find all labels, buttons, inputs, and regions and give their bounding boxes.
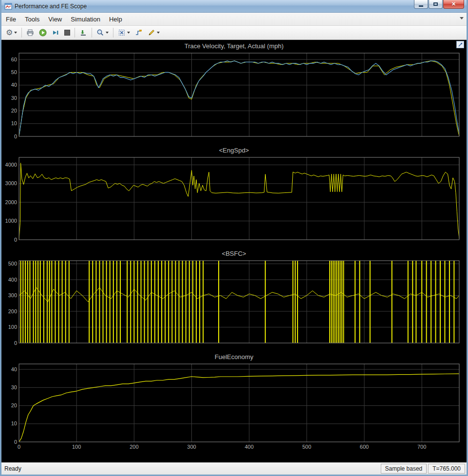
svg-text:20: 20	[11, 402, 17, 408]
stop-icon	[64, 30, 70, 36]
toolbar: ⚙	[1, 26, 467, 40]
toolbar-separator	[21, 28, 22, 38]
measurements-icon	[148, 29, 155, 37]
zoom-button[interactable]	[94, 27, 111, 38]
gear-icon: ⚙	[6, 29, 13, 37]
window-title: Performance and FE Scope	[15, 3, 87, 10]
menu-tools[interactable]: Tools	[20, 14, 44, 25]
window-controls: ✕	[413, 0, 464, 9]
svg-text:500: 500	[302, 444, 311, 450]
maximize-axes-button[interactable]	[456, 41, 464, 48]
menu-view[interactable]: View	[44, 14, 66, 25]
engspd-plot[interactable]: 01000200030004000	[2, 155, 466, 243]
svg-text:4000: 4000	[5, 162, 17, 168]
svg-text:600: 600	[360, 444, 369, 450]
printer-icon	[26, 29, 34, 37]
svg-text:100: 100	[8, 324, 17, 330]
simulation-time-indicator: T=765.000	[428, 464, 465, 474]
expand-arrow-icon	[458, 42, 463, 47]
bsfc-plot[interactable]: 0100200300400500	[2, 258, 466, 346]
svg-text:3000: 3000	[5, 180, 17, 186]
svg-text:300: 300	[187, 444, 196, 450]
svg-text:700: 700	[417, 444, 426, 450]
menu-help[interactable]: Help	[105, 14, 127, 25]
toolbar-separator	[113, 28, 113, 38]
svg-text:2000: 2000	[5, 199, 17, 205]
svg-text:50: 50	[11, 69, 17, 75]
fit-to-view-icon	[118, 29, 126, 37]
play-icon	[39, 29, 47, 37]
magnifier-icon	[96, 29, 104, 37]
svg-text:40: 40	[11, 366, 17, 372]
svg-text:200: 200	[8, 308, 17, 314]
caret-down-icon	[127, 32, 130, 34]
svg-text:60: 60	[11, 57, 17, 62]
svg-text:10: 10	[11, 420, 17, 426]
caret-down-icon	[157, 32, 160, 34]
menu-overflow-chevron-icon[interactable]	[460, 17, 464, 19]
svg-text:400: 400	[245, 444, 254, 450]
status-bar: Ready Sample based T=765.000	[1, 462, 467, 475]
svg-text:300: 300	[8, 292, 17, 298]
step-forward-icon	[52, 29, 59, 37]
fit-to-view-button[interactable]	[116, 27, 132, 38]
scope-window: Performance and FE Scope ✕ File Tools Vi…	[0, 0, 468, 476]
run-button[interactable]	[37, 27, 49, 38]
trigger-icon	[135, 29, 143, 37]
close-button[interactable]: ✕	[443, 0, 464, 9]
maximize-button[interactable]	[429, 0, 443, 9]
minimize-icon	[419, 5, 423, 7]
plot-title-velocity: Trace Velocity, Target, Actual (mph)	[2, 42, 466, 51]
svg-text:200: 200	[130, 444, 138, 450]
title-bar[interactable]: Performance and FE Scope ✕	[1, 0, 467, 13]
menu-bar: File Tools View Simulation Help	[1, 13, 467, 26]
configuration-properties-button[interactable]: ⚙	[4, 27, 19, 38]
svg-text:30: 30	[11, 95, 17, 101]
svg-text:100: 100	[72, 444, 81, 450]
status-text: Ready	[1, 465, 381, 472]
svg-text:0: 0	[14, 133, 17, 139]
step-forward-button[interactable]	[50, 27, 61, 38]
svg-text:1000: 1000	[5, 218, 17, 224]
toolbar-separator	[92, 28, 92, 38]
fueleconomy-plot[interactable]: 0102030400100200300400500600700	[2, 362, 466, 452]
close-icon: ✕	[451, 1, 456, 7]
velocity-plot[interactable]: 0102030405060	[2, 51, 466, 139]
svg-text:0: 0	[14, 237, 17, 243]
minimize-button[interactable]	[414, 0, 428, 9]
sample-mode-indicator: Sample based	[381, 464, 427, 474]
print-button[interactable]	[24, 27, 36, 38]
app-icon	[4, 2, 12, 10]
svg-text:0: 0	[14, 439, 17, 445]
svg-text:40: 40	[11, 82, 17, 88]
measurements-button[interactable]	[146, 27, 162, 38]
stepping-options-button[interactable]	[77, 27, 89, 38]
scope-display-area: Trace Velocity, Target, Actual (mph) 010…	[1, 40, 467, 462]
svg-text:500: 500	[8, 261, 17, 267]
stop-button[interactable]	[62, 28, 72, 37]
svg-text:0: 0	[14, 340, 17, 346]
maximize-icon	[433, 2, 438, 6]
toolbar-separator	[75, 28, 75, 38]
plot-title-fueleconomy: FuelEconomy	[2, 353, 466, 362]
svg-text:20: 20	[11, 108, 17, 114]
menu-simulation[interactable]: Simulation	[66, 14, 105, 25]
svg-text:30: 30	[11, 384, 17, 390]
menu-file[interactable]: File	[1, 14, 20, 25]
stepping-options-icon	[79, 29, 87, 37]
trigger-button[interactable]	[133, 27, 145, 38]
svg-text:10: 10	[11, 120, 17, 126]
caret-down-icon	[14, 32, 17, 34]
svg-text:0: 0	[18, 444, 20, 450]
caret-down-icon	[106, 32, 109, 34]
plot-title-bsfc: <BSFC>	[2, 249, 466, 258]
plot-title-engspd: <EngSpd>	[2, 146, 466, 155]
svg-text:400: 400	[8, 277, 17, 283]
